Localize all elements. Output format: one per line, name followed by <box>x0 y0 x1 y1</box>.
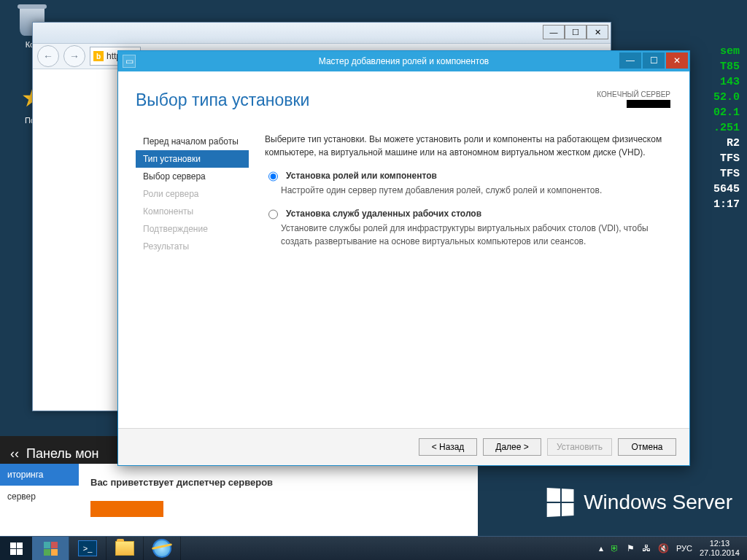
windows-start-icon <box>10 542 23 555</box>
bginfo-line: TFS <box>713 151 740 166</box>
wizard-footer: < Назад Далее > Установить Отмена <box>118 428 689 465</box>
desktop: Кор ★ Пол semT8514352.002.1.251R2TFSTFS5… <box>0 0 747 560</box>
ie-icon <box>152 539 171 558</box>
dashboard-back-icon[interactable]: ‹‹ <box>10 446 19 462</box>
install-type-option[interactable]: Установка служб удаленных рабочих столов <box>265 207 672 220</box>
tray-sound-icon[interactable]: 🔇 <box>658 543 669 553</box>
tray-flag-icon[interactable]: ⚑ <box>627 543 635 553</box>
wizard-next-button[interactable]: Далее > <box>483 438 541 456</box>
wizard-step: Компоненты <box>136 203 249 220</box>
dashboard-sidebar-server[interactable]: сервер <box>0 486 79 508</box>
install-type-title: Установка служб удаленных рабочих столов <box>286 207 481 220</box>
wizard-steps: Перед началом работыТип установкиВыбор с… <box>136 133 249 424</box>
tray-chevron-icon[interactable]: ▴ <box>599 543 603 553</box>
tray-clock[interactable]: 12:13 27.10.2014 <box>700 539 740 557</box>
wizard-content: Выберите тип установки. Вы можете устано… <box>265 133 672 424</box>
wizard-destination: КОНЕЧНЫЙ СЕРВЕР <box>597 90 670 109</box>
bginfo-line: 143 <box>713 74 740 90</box>
taskbar-explorer[interactable] <box>107 537 144 560</box>
bing-icon: b <box>93 51 104 61</box>
wizard-step[interactable]: Тип установки <box>136 150 249 168</box>
wizard-titlebar[interactable]: ▭ Мастер добавления ролей и компонентов … <box>118 51 689 71</box>
tray-time: 12:13 <box>700 539 740 548</box>
ie-close-button[interactable]: ✕ <box>587 25 608 39</box>
install-type-radio[interactable] <box>268 171 278 182</box>
powershell-icon: >_ <box>78 540 97 556</box>
ie-maximize-button[interactable]: ☐ <box>565 25 587 39</box>
taskbar: >_ ▴ ⛨ ⚑ 🖧 🔇 РУС 12:13 27.10.2014 <box>0 536 747 560</box>
install-type-desc: Установите службы ролей для инфраструкту… <box>281 222 672 248</box>
windows-logo-icon <box>547 488 574 517</box>
wizard-close-button[interactable]: ✕ <box>666 52 688 69</box>
ie-minimize-button[interactable]: — <box>543 25 565 39</box>
ie-back-button[interactable]: ← <box>37 45 59 67</box>
wizard-step: Роли сервера <box>136 185 249 203</box>
wizard-dest-server-redacted <box>627 100 670 108</box>
install-type-title: Установка ролей или компонентов <box>286 169 437 182</box>
bginfo-line: 52.0 <box>713 90 740 105</box>
tray-network-icon[interactable]: 🖧 <box>642 543 651 553</box>
tray-date: 27.10.2014 <box>700 548 740 558</box>
wizard-step: Результаты <box>136 238 249 255</box>
dashboard-title: Панель мон <box>26 446 99 462</box>
file-explorer-icon <box>115 541 134 556</box>
install-type-radio[interactable] <box>268 209 278 220</box>
wizard-step: Подтверждение <box>136 220 249 238</box>
bginfo-line: sem <box>713 44 740 59</box>
taskbar-server-manager[interactable] <box>32 537 69 560</box>
bginfo-overlay: semT8514352.002.1.251R2TFSTFS56451:17 <box>713 44 740 212</box>
bginfo-line: R2 <box>713 136 740 151</box>
taskbar-ie[interactable] <box>144 537 181 560</box>
wizard-heading: Выбор типа установки <box>136 90 672 110</box>
wizard-minimize-button[interactable]: — <box>619 52 641 69</box>
tray-shield-icon[interactable]: ⛨ <box>611 543 619 553</box>
dashboard-welcome: Вас приветствует диспетчер серверов <box>90 477 461 488</box>
taskbar-powershell[interactable]: >_ <box>69 537 107 560</box>
bginfo-line: 02.1 <box>713 105 740 120</box>
wizard-back-button[interactable]: < Назад <box>419 438 477 456</box>
wizard-step[interactable]: Выбор сервера <box>136 168 249 185</box>
ie-titlebar[interactable]: — ☐ ✕ <box>33 23 611 44</box>
ie-forward-button[interactable]: → <box>63 45 85 67</box>
bginfo-line: 5645 <box>713 182 740 197</box>
server-manager-icon <box>44 542 58 556</box>
bginfo-line: TFS <box>713 166 740 182</box>
windows-brand: Windows Server <box>547 489 732 516</box>
dashboard-sidebar: иторинга сервер <box>0 464 79 537</box>
tray-language[interactable]: РУС <box>676 544 692 553</box>
wizard-step[interactable]: Перед началом работы <box>136 133 249 150</box>
bginfo-line: 1:17 <box>713 197 740 212</box>
dashboard-sidebar-monitoring[interactable]: иторинга <box>0 464 79 486</box>
start-button[interactable] <box>0 537 32 560</box>
wizard-cancel-button[interactable]: Отмена <box>618 438 676 456</box>
add-roles-wizard-window: ▭ Мастер добавления ролей и компонентов … <box>117 50 690 466</box>
system-tray: ▴ ⛨ ⚑ 🖧 🔇 РУС 12:13 27.10.2014 <box>592 537 747 560</box>
wizard-maximize-button[interactable]: ☐ <box>643 52 665 69</box>
wizard-title-icon: ▭ <box>123 55 136 68</box>
wizard-dest-label: КОНЕЧНЫЙ СЕРВЕР <box>597 90 670 98</box>
install-type-option[interactable]: Установка ролей или компонентов <box>265 169 672 182</box>
wizard-intro: Выберите тип установки. Вы можете устано… <box>265 133 672 159</box>
bginfo-line: T85 <box>713 59 740 74</box>
wizard-title: Мастер добавления ролей и компонентов <box>319 56 489 66</box>
install-type-desc: Настройте один сервер путем добавления р… <box>281 184 672 197</box>
bginfo-line: .251 <box>713 120 740 136</box>
windows-brand-text: Windows Server <box>584 491 732 514</box>
dashboard-quickstart-tile[interactable] <box>90 501 163 517</box>
wizard-install-button: Установить <box>547 438 612 456</box>
